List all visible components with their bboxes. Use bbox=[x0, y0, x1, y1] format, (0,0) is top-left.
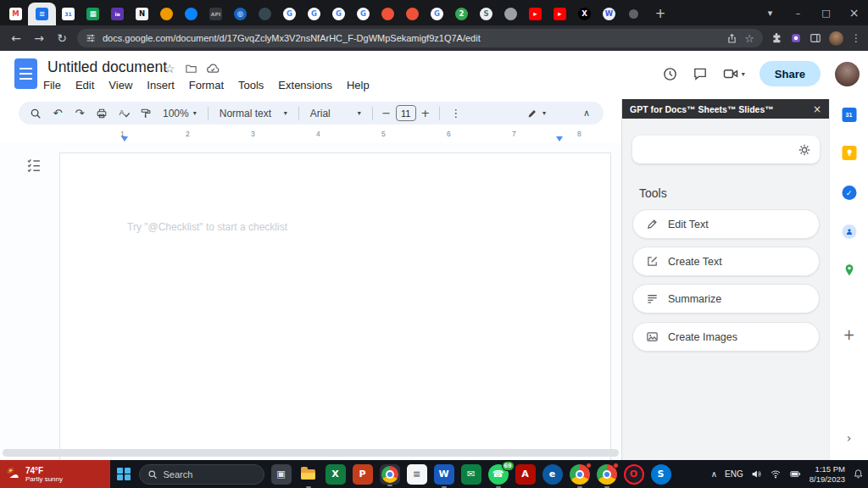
language-indicator[interactable]: ENG bbox=[725, 469, 743, 479]
calendar-icon[interactable]: 31 bbox=[842, 108, 856, 122]
decrease-font-size-icon[interactable]: − bbox=[379, 107, 394, 119]
redo-icon[interactable]: ↷ bbox=[70, 107, 90, 119]
gpt-close-icon[interactable]: × bbox=[813, 103, 821, 115]
tab-swift-2[interactable] bbox=[400, 3, 425, 25]
paint-format-icon[interactable] bbox=[136, 108, 156, 119]
taskbar-app-opera[interactable]: O bbox=[624, 464, 644, 485]
menu-view[interactable]: View bbox=[108, 79, 132, 92]
taskbar-app-chrome-3[interactable] bbox=[597, 464, 617, 485]
tasks-icon[interactable]: ✓ bbox=[842, 186, 856, 200]
menu-extensions[interactable]: Extensions bbox=[278, 79, 332, 92]
meet-video-call-button[interactable]: ▾ bbox=[722, 65, 745, 82]
tab-gmail[interactable]: M bbox=[3, 3, 28, 25]
taskbar-app-mail[interactable]: ✉ bbox=[461, 464, 481, 485]
add-side-panel-app-icon[interactable]: + bbox=[843, 326, 854, 343]
omnibox[interactable]: docs.google.com/document/d/17GvqZclyMx3V… bbox=[77, 29, 763, 47]
hide-menus-chevron-icon[interactable]: ∧ bbox=[583, 108, 590, 119]
close-window-button[interactable]: × bbox=[840, 0, 868, 25]
taskbar-app-whatsapp[interactable]: ☎69 bbox=[488, 464, 509, 485]
print-icon[interactable] bbox=[92, 108, 112, 119]
left-indent-marker[interactable] bbox=[121, 136, 128, 141]
maps-icon[interactable] bbox=[843, 263, 854, 277]
undo-icon[interactable]: ↶ bbox=[47, 107, 68, 119]
star-document-icon[interactable]: ☆ bbox=[164, 62, 175, 75]
battery-icon[interactable] bbox=[789, 469, 802, 480]
menu-format[interactable]: Format bbox=[189, 79, 224, 92]
edit-text-button[interactable]: Edit Text bbox=[632, 209, 820, 239]
paragraph-style-select[interactable]: Normal text▾ bbox=[214, 108, 292, 119]
share-icon[interactable] bbox=[726, 33, 737, 44]
collapse-panel-chevron-icon[interactable]: › bbox=[847, 431, 852, 445]
search-menus-icon[interactable] bbox=[25, 108, 46, 119]
create-images-button[interactable]: Create Images bbox=[632, 322, 820, 352]
increase-font-size-icon[interactable]: + bbox=[418, 107, 433, 119]
summarize-button[interactable]: Summarize bbox=[632, 284, 820, 313]
meet-dropdown-icon[interactable]: ▾ bbox=[742, 70, 745, 78]
tab-api[interactable]: API bbox=[203, 3, 228, 25]
back-icon[interactable]: ← bbox=[8, 31, 24, 45]
new-tab-button[interactable]: + bbox=[649, 3, 671, 25]
contacts-icon[interactable] bbox=[842, 225, 856, 239]
comments-icon[interactable] bbox=[693, 66, 708, 81]
taskbar-app-edge[interactable]: e bbox=[542, 464, 563, 485]
taskbar-app-task-view[interactable]: ▣ bbox=[271, 464, 292, 485]
docs-app-icon[interactable] bbox=[14, 58, 37, 89]
taskbar-app-notepad[interactable]: ≡ bbox=[407, 464, 427, 485]
reload-icon[interactable]: ↻ bbox=[54, 31, 70, 45]
pinned-extension-icon[interactable] bbox=[790, 32, 802, 44]
menu-insert[interactable]: Insert bbox=[147, 79, 175, 92]
editing-mode-dropdown-icon[interactable]: ▾ bbox=[542, 109, 546, 117]
tab-wordpress[interactable]: W bbox=[597, 3, 621, 25]
tab-google-4[interactable]: G bbox=[351, 3, 376, 25]
create-text-button[interactable]: Create Text bbox=[632, 247, 820, 276]
tray-chevron-up-icon[interactable]: ∧ bbox=[711, 469, 717, 479]
taskbar-app-file-explorer[interactable] bbox=[298, 464, 319, 485]
volume-icon[interactable] bbox=[751, 469, 762, 480]
taskbar-app-chrome-active[interactable] bbox=[380, 464, 400, 485]
maximize-button[interactable]: □ bbox=[812, 0, 840, 25]
minimize-button[interactable]: – bbox=[784, 0, 812, 25]
editing-mode-select[interactable]: ▾ bbox=[526, 108, 546, 119]
spell-check-icon[interactable]: A bbox=[114, 107, 134, 119]
horizontal-scrollbar[interactable] bbox=[3, 449, 619, 457]
side-panel-icon[interactable] bbox=[810, 32, 821, 44]
menu-tools[interactable]: Tools bbox=[238, 79, 264, 92]
taskbar-app-word[interactable]: W bbox=[434, 464, 454, 485]
tab-google-1[interactable]: G bbox=[277, 3, 302, 25]
site-settings-tune-icon[interactable] bbox=[86, 33, 96, 43]
menu-edit[interactable]: Edit bbox=[75, 79, 94, 92]
document-page[interactable] bbox=[59, 152, 611, 460]
weather-widget[interactable]: ☀☁ 74°F Partly sunny bbox=[0, 460, 110, 488]
wifi-icon[interactable] bbox=[770, 469, 782, 480]
tab-google-2[interactable]: G bbox=[302, 3, 326, 25]
start-button[interactable] bbox=[117, 468, 131, 481]
taskbar-search[interactable]: Search bbox=[139, 464, 264, 485]
taskbar-app-powerpoint[interactable]: P bbox=[353, 464, 373, 485]
tab-compass[interactable]: ◎ bbox=[228, 3, 253, 25]
notifications-bell-icon[interactable] bbox=[853, 469, 864, 480]
tab-calendar[interactable]: 31 bbox=[56, 3, 81, 25]
taskbar-app-skype[interactable]: S bbox=[651, 464, 671, 485]
taskbar-app-excel[interactable]: X bbox=[326, 464, 346, 485]
toolbar-more-icon[interactable]: ⋮ bbox=[446, 107, 466, 119]
tab-swift-1[interactable] bbox=[376, 3, 400, 25]
bookmark-star-icon[interactable]: ☆ bbox=[744, 32, 754, 45]
tab-io[interactable]: io bbox=[105, 3, 130, 25]
tab-sheets[interactable]: ▦ bbox=[81, 3, 105, 25]
tab-globe[interactable] bbox=[498, 3, 523, 25]
tab-avatar[interactable] bbox=[154, 3, 179, 25]
browser-profile-avatar[interactable] bbox=[829, 31, 843, 46]
move-to-folder-icon[interactable] bbox=[185, 62, 198, 75]
gear-icon[interactable] bbox=[798, 143, 811, 157]
taskbar-app-chrome-2[interactable] bbox=[570, 464, 590, 485]
checklist-icon[interactable] bbox=[25, 157, 44, 175]
gpt-prompt-input[interactable] bbox=[641, 144, 791, 156]
tab-messenger[interactable] bbox=[179, 3, 203, 25]
taskbar-app-acrobat[interactable]: A bbox=[515, 464, 536, 485]
zoom-select[interactable]: 100%▾ bbox=[158, 108, 202, 119]
menu-help[interactable]: Help bbox=[347, 79, 370, 92]
version-history-icon[interactable] bbox=[662, 66, 678, 82]
document-title[interactable]: Untitled document bbox=[47, 58, 167, 76]
extensions-puzzle-icon[interactable] bbox=[771, 32, 782, 44]
menu-file[interactable]: File bbox=[43, 79, 61, 92]
